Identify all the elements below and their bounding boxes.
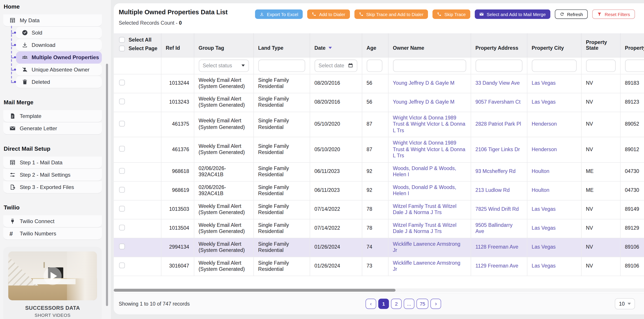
- export-to-excel-button[interactable]: Export To Excel: [255, 10, 303, 19]
- page-button[interactable]: ‹: [366, 299, 376, 309]
- cell-property-state: NV: [581, 112, 620, 137]
- property-city-filter-input[interactable]: [532, 60, 576, 72]
- cell-owner-name-link[interactable]: Wickliffe Lawrence Armstrong Jr: [388, 238, 471, 257]
- row-checkbox[interactable]: [119, 262, 125, 268]
- cell-property-address-link[interactable]: 1128 Freeman Ave: [471, 238, 527, 257]
- group-tag-select[interactable]: Select status: [198, 60, 249, 72]
- horizontal-scrollbar-thumb[interactable]: [114, 289, 396, 292]
- row-checkbox[interactable]: [119, 120, 125, 126]
- cell-property-address-link[interactable]: 93 Mcsheffery Rd: [471, 162, 527, 181]
- land-type-filter-input[interactable]: [258, 60, 305, 72]
- row-checkbox[interactable]: [119, 187, 125, 192]
- page-button[interactable]: ›: [431, 299, 442, 309]
- cell-owner-name-link[interactable]: Young Jeffrey D & Gayle M: [388, 93, 471, 112]
- cell-land-type: Single Family Residential: [254, 257, 310, 276]
- cell-property-city-link[interactable]: Houlton: [527, 181, 581, 200]
- cell-age: 78: [362, 219, 388, 238]
- title-block: Multiple Owned Properties Data List Sele…: [119, 8, 228, 26]
- page-button[interactable]: ...: [404, 299, 414, 309]
- page-button[interactable]: 75: [416, 299, 428, 309]
- cell-property-address-link[interactable]: 2106 Tiger Links Dr: [471, 137, 527, 162]
- column-header-date[interactable]: Date: [310, 33, 362, 57]
- sidebar-item-step3-exported-files[interactable]: Step 3 - Exported Files: [3, 181, 102, 194]
- cell-owner-name-link[interactable]: Woods, Donald P & Woods, Helen I: [388, 181, 471, 200]
- sidebar-section-mail-merge: Mail Merge: [4, 99, 111, 106]
- row-checkbox[interactable]: [119, 224, 125, 230]
- sidebar-item-download[interactable]: Download: [16, 39, 102, 51]
- cell-property-city-link[interactable]: Las Vegas: [527, 200, 581, 219]
- row-checkbox[interactable]: [119, 146, 125, 152]
- property-state-filter-input[interactable]: [586, 60, 616, 72]
- cell-property-address-link[interactable]: 33 Dandy View Ave: [471, 74, 527, 93]
- sidebar-item-sold[interactable]: Sold: [16, 26, 102, 39]
- sidebar-item-generate-letter[interactable]: Generate Letter: [3, 122, 102, 135]
- sidebar-item-step2-mail-settings[interactable]: Step 2 - Mail Settings: [3, 169, 102, 181]
- select-all-checkbox[interactable]: [119, 37, 125, 42]
- cell-date: 05/10/2020: [310, 112, 362, 137]
- cell-property-address-link[interactable]: 1129 Freeman Ave: [471, 257, 527, 276]
- sidebar-item-step1-mail-data[interactable]: Step 1 - Mail Data: [3, 156, 102, 169]
- cell-owner-name-link[interactable]: Wright Victor & Donna 1989 Trust & Wrigh…: [388, 112, 471, 137]
- cell-property-address-link[interactable]: 213 Ludlow Rd: [471, 181, 527, 200]
- page-button[interactable]: 2: [391, 299, 402, 309]
- cell-property-zip: 89123: [620, 93, 644, 112]
- property-zip-filter-input[interactable]: [625, 60, 644, 72]
- row-checkbox[interactable]: [119, 168, 125, 174]
- cell-property-city-link[interactable]: Las Vegas: [527, 238, 581, 257]
- age-filter-input[interactable]: [367, 60, 382, 72]
- sidebar-item-twilio-numbers[interactable]: # Twilio Numbers: [3, 228, 102, 240]
- cell-property-address-link[interactable]: 7825 Wind Drift Rd: [471, 200, 527, 219]
- cell-owner-name-link[interactable]: Woods, Donald P & Woods, Helen I: [388, 162, 471, 181]
- property-address-filter-input[interactable]: [475, 60, 522, 72]
- cell-owner-name-link[interactable]: Wright Victor & Donna 1989 Trust & Wrigh…: [388, 137, 471, 162]
- cell-property-city-link[interactable]: Las Vegas: [527, 257, 581, 276]
- sidebar-item-template[interactable]: Template: [3, 110, 102, 122]
- cell-property-address-link[interactable]: 9505 Ballindarry Ave: [471, 219, 527, 238]
- page-button[interactable]: 1: [378, 299, 389, 309]
- sidebar-item-deleted[interactable]: Deleted: [16, 76, 102, 88]
- cell-property-city-link[interactable]: Las Vegas: [527, 219, 581, 238]
- row-checkbox[interactable]: [119, 98, 125, 104]
- cell-property-city-link[interactable]: Las Vegas: [527, 93, 581, 112]
- sidebar-item-label: Step 3 - Exported Files: [20, 184, 74, 190]
- cell-land-type: Single Family Residential: [254, 181, 310, 200]
- cell-age: 56: [362, 93, 388, 112]
- my-data-subtree: Sold Download Multiple Owned Properties …: [3, 26, 102, 88]
- sort-descending-icon[interactable]: [328, 47, 332, 49]
- video-thumbnail[interactable]: [8, 252, 97, 300]
- cell-property-address-link[interactable]: 9057 Faversham Ct: [471, 93, 527, 112]
- play-button[interactable]: [44, 267, 62, 285]
- cell-owner-name-link[interactable]: Wickliffe Lawrence Armstrong Jr: [388, 257, 471, 276]
- horizontal-scrollbar[interactable]: [114, 288, 644, 292]
- cell-owner-name-link[interactable]: Witzel Family Trust & Witzel Dale J & No…: [388, 219, 471, 238]
- row-checkbox[interactable]: [119, 244, 125, 249]
- skip-trace-and-add-to-dialer-button[interactable]: Skip Trace and Add to Dialer: [354, 10, 428, 19]
- select-and-add-to-mail-merge-button[interactable]: Select and Add to Mail Merge: [475, 10, 550, 19]
- reset-filters-button[interactable]: Reset Filters: [592, 10, 635, 19]
- sidebar-item-my-data[interactable]: My Data: [3, 14, 102, 26]
- video-thumbnail-art: [67, 252, 97, 300]
- sidebar-item-twilio-connect[interactable]: Twilio Connect: [3, 215, 102, 228]
- sidebar-item-unique-absentee-owner[interactable]: Unique Absentee Owner: [16, 64, 102, 76]
- selected-count-value: 0: [179, 20, 182, 26]
- cell-property-city-link[interactable]: Las Vegas: [527, 74, 581, 93]
- sidebar-scrollbar[interactable]: [106, 64, 108, 306]
- cell-owner-name-link[interactable]: Young Jeffrey D & Gayle M: [388, 74, 471, 93]
- cell-property-state: NV: [581, 200, 620, 219]
- sidebar-item-multiple-owned-properties[interactable]: Multiple Owned Properties: [16, 51, 102, 64]
- cell-property-address-link[interactable]: 2828 Patriot Park Pl: [471, 112, 527, 137]
- cell-property-city-link[interactable]: Henderson: [527, 137, 581, 162]
- page-size-select[interactable]: 10: [615, 298, 635, 309]
- date-filter-picker[interactable]: Select date: [314, 60, 357, 72]
- cell-owner-name-link[interactable]: Witzel Family Trust & Witzel Dale J & No…: [388, 200, 471, 219]
- sidebar-item-label: Multiple Owned Properties: [32, 54, 99, 60]
- row-checkbox[interactable]: [119, 206, 125, 212]
- row-checkbox[interactable]: [119, 80, 125, 85]
- add-to-dialer-button[interactable]: Add to Dialer: [307, 10, 350, 19]
- skip-trace-button[interactable]: Skip Trace: [432, 10, 470, 19]
- owner-name-filter-input[interactable]: [393, 60, 466, 72]
- cell-property-city-link[interactable]: Houlton: [527, 162, 581, 181]
- cell-property-city-link[interactable]: Henderson: [527, 112, 581, 137]
- select-page-checkbox[interactable]: [119, 45, 125, 51]
- refresh-button[interactable]: Refresh: [555, 10, 588, 19]
